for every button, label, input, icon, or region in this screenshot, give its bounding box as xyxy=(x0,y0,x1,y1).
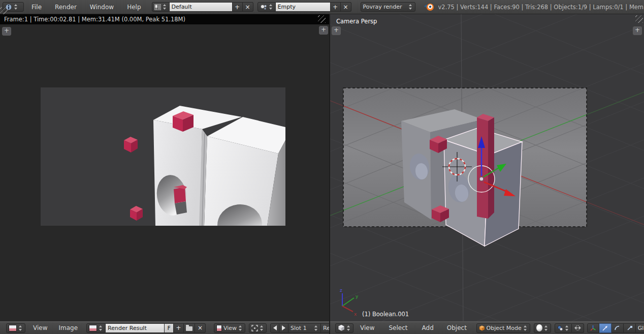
arrow-left-icon xyxy=(273,325,277,330)
next-slot-button[interactable] xyxy=(279,323,288,333)
menu-add[interactable]: Add xyxy=(417,324,438,331)
previous-slot-button[interactable] xyxy=(270,323,279,333)
menu-view[interactable]: View xyxy=(28,324,52,331)
fake-user-button[interactable]: F xyxy=(165,323,174,333)
menu-window[interactable]: Window xyxy=(85,4,118,11)
image-browse-button[interactable] xyxy=(86,323,106,333)
menu-file[interactable]: File xyxy=(27,4,46,11)
screen-layout-name-field[interactable]: Default xyxy=(170,2,233,12)
scene-statistics: v2.75 | Verts:144 | Faces:90 | Tris:268 … xyxy=(438,4,644,11)
render-result-image xyxy=(41,87,285,226)
chevron-updown-icon xyxy=(314,324,318,332)
screen-layout-browse-button[interactable] xyxy=(152,2,170,12)
transform-orientation-select[interactable]: Global xyxy=(636,323,644,333)
chevron-updown-icon xyxy=(163,3,167,11)
expand-region-button[interactable]: + xyxy=(2,27,11,36)
pivot-icon xyxy=(557,325,563,331)
manipulator-group: Global xyxy=(587,323,644,333)
delete-screen-layout-button[interactable]: × xyxy=(243,2,253,12)
gizmo-y-label: y xyxy=(356,294,359,299)
chevron-updown-icon xyxy=(408,3,413,11)
menu-image[interactable]: Image xyxy=(54,324,82,331)
viewport-editor-icon xyxy=(338,324,345,331)
slot-select[interactable]: Slot 1 xyxy=(288,323,321,333)
info-header: File Render Window Help Default + × xyxy=(0,0,644,14)
axis-tripod-icon xyxy=(590,325,596,331)
menu-view[interactable]: View xyxy=(356,324,379,331)
editor-type-selector[interactable] xyxy=(6,323,25,333)
image-datablock-group: Render Result F + × xyxy=(86,323,206,333)
manipulator-toggle-button[interactable] xyxy=(587,323,599,333)
viewport-scene: Camera Persp z y x (1) Boolean.001 xyxy=(330,14,644,321)
viewport-shading-select[interactable] xyxy=(534,323,551,333)
menu-render[interactable]: Render xyxy=(50,4,81,11)
chevron-updown-icon xyxy=(238,324,243,332)
expand-region-button[interactable]: + xyxy=(319,26,328,35)
area-split-divider[interactable] xyxy=(329,14,330,334)
scale-icon xyxy=(626,325,633,331)
new-image-button[interactable]: + xyxy=(174,323,184,333)
image-name-field[interactable]: Render Result xyxy=(106,323,165,333)
object-mode-icon xyxy=(479,325,485,331)
mode-select[interactable]: Object Mode xyxy=(476,323,530,333)
delete-scene-button[interactable]: × xyxy=(341,2,351,12)
open-image-button[interactable] xyxy=(184,323,195,333)
proportional-edit-button[interactable] xyxy=(572,323,584,333)
scene-group: Empty + × xyxy=(257,2,351,12)
scene-name-field[interactable]: Empty xyxy=(276,2,331,12)
menu-object[interactable]: Object xyxy=(442,324,471,331)
menu-select[interactable]: Select xyxy=(384,324,412,331)
rendered-slab-right xyxy=(204,117,285,226)
chevron-updown-icon xyxy=(14,3,18,11)
proportional-edit-icon xyxy=(574,325,582,331)
blender-window: File Render Window Help Default + × xyxy=(0,0,644,334)
pivot-display-select[interactable] xyxy=(249,323,267,333)
view-name-label: Camera Persp xyxy=(336,18,377,25)
area-corner-handle[interactable] xyxy=(318,15,326,23)
chevron-updown-icon xyxy=(18,324,23,332)
translate-manipulator-button[interactable] xyxy=(599,323,611,333)
chevron-updown-icon xyxy=(565,324,569,332)
layout-icon xyxy=(154,4,161,10)
chevron-updown-icon xyxy=(99,324,103,332)
scale-manipulator-button[interactable] xyxy=(624,323,636,333)
scene-icon xyxy=(260,4,267,10)
add-scene-button[interactable]: + xyxy=(331,2,341,12)
image-editor-icon xyxy=(9,325,17,331)
image-editor-canvas[interactable]: + + xyxy=(0,24,329,321)
chevron-updown-icon xyxy=(346,324,351,332)
add-screen-layout-button[interactable]: + xyxy=(233,2,243,12)
translate-icon xyxy=(602,325,608,331)
viewport-header: View Select Add Object Object Mode xyxy=(329,321,644,334)
rotate-manipulator-button[interactable] xyxy=(611,323,624,333)
rotate-icon xyxy=(614,325,621,331)
pivot-point-select[interactable] xyxy=(555,323,572,333)
image-icon xyxy=(216,325,222,331)
chevron-updown-icon xyxy=(523,324,528,332)
chevron-updown-icon xyxy=(544,324,549,332)
render-border-icon xyxy=(251,325,258,331)
gizmo-x-label: x xyxy=(354,312,357,317)
area-corner-handle[interactable] xyxy=(635,15,643,23)
expand-region-button[interactable]: + xyxy=(633,26,642,35)
editor-type-selector[interactable] xyxy=(335,323,353,333)
chevron-updown-icon xyxy=(269,3,273,11)
unlink-image-button[interactable]: × xyxy=(195,323,206,333)
gizmo-z-label: z xyxy=(340,288,342,293)
display-mode-select[interactable]: View xyxy=(214,323,245,333)
shading-sphere-icon xyxy=(536,324,542,331)
area-corner-handle[interactable] xyxy=(0,7,8,15)
folder-icon xyxy=(186,326,192,331)
screen-layout-group: Default + × xyxy=(152,2,253,12)
viewport-3d[interactable]: Camera Persp z y x (1) Boolean.001 + + xyxy=(330,14,644,321)
pivot-group xyxy=(555,323,584,333)
image-editor-header: View Image Render Result F + × View xyxy=(0,321,329,334)
menu-help[interactable]: Help xyxy=(122,4,145,11)
arrow-right-icon xyxy=(282,325,285,330)
scene-browse-button[interactable] xyxy=(257,2,276,12)
render-engine-select[interactable]: Povray render xyxy=(361,2,415,12)
blender-logo xyxy=(424,3,434,11)
image-icon xyxy=(89,325,97,331)
expand-region-button[interactable]: + xyxy=(332,26,341,35)
render-info-bar: Frame:1 | Time:00:02.81 | Mem:31.41M (0.… xyxy=(0,14,329,24)
